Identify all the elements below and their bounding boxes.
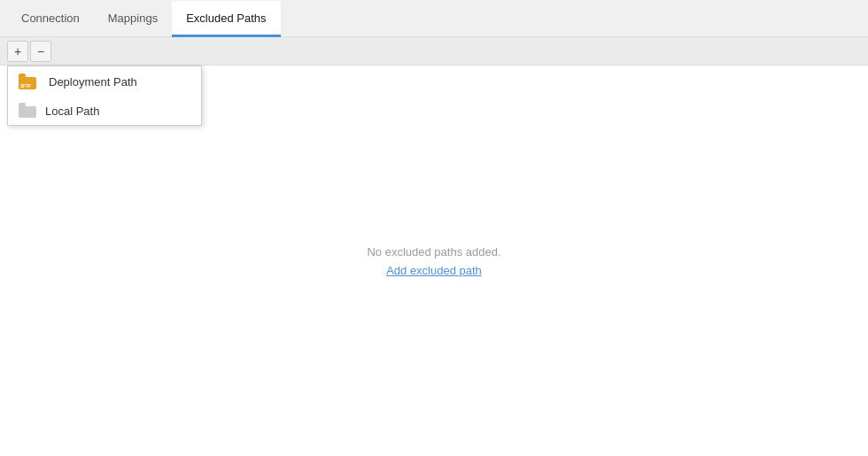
dropdown-item-deployment-path-label: Deployment Path bbox=[49, 75, 137, 89]
toolbar: + − bbox=[0, 37, 868, 66]
dropdown-item-local-path[interactable]: Local Path bbox=[8, 97, 201, 125]
tab-mappings[interactable]: Mappings bbox=[94, 1, 172, 37]
add-button[interactable]: + bbox=[7, 41, 28, 62]
tab-excluded-paths[interactable]: Excluded Paths bbox=[172, 1, 280, 37]
tab-bar: Connection Mappings Excluded Paths bbox=[0, 0, 868, 37]
dropdown-item-local-path-label: Local Path bbox=[45, 104, 99, 118]
empty-state-message: No excluded paths added. bbox=[367, 245, 500, 259]
add-dropdown-menu: SFTP Deployment Path Local Path bbox=[7, 66, 202, 126]
remove-button[interactable]: − bbox=[30, 41, 51, 62]
main-content: SFTP Deployment Path Local Path No exclu… bbox=[0, 66, 868, 456]
tab-connection[interactable]: Connection bbox=[7, 1, 94, 37]
dropdown-item-deployment-path[interactable]: SFTP Deployment Path bbox=[8, 66, 201, 97]
sftp-icon: SFTP bbox=[19, 73, 40, 89]
add-excluded-path-link[interactable]: Add excluded path bbox=[386, 264, 482, 277]
folder-icon bbox=[19, 104, 36, 118]
